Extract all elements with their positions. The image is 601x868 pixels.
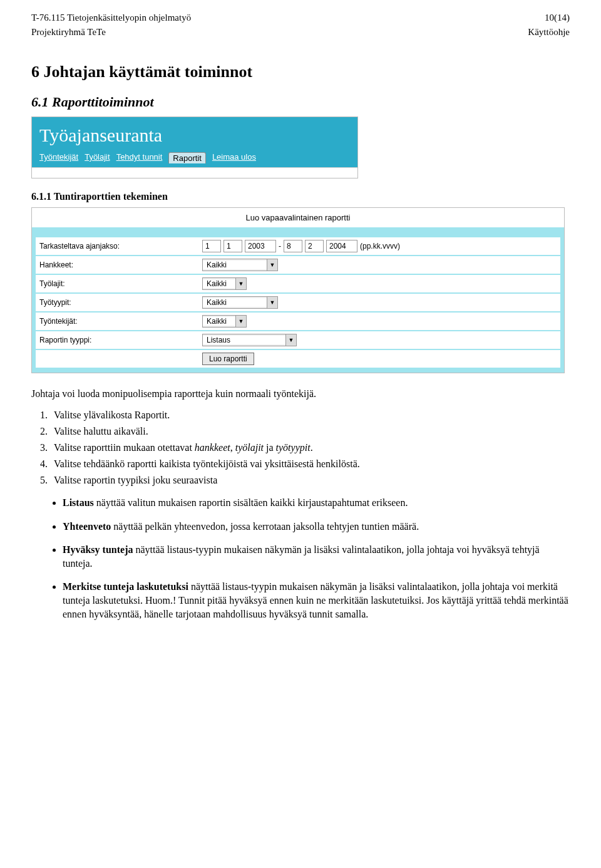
- subsection-heading: 6.1 Raporttitoiminnot: [31, 94, 570, 110]
- tyolajit-label: Työlajit:: [39, 279, 202, 288]
- period-to-month[interactable]: 2: [305, 240, 324, 252]
- tyolajit-select[interactable]: Kaikki ▼: [202, 277, 247, 290]
- chevron-down-icon: ▼: [285, 334, 296, 346]
- hankkeet-label: Hankkeet:: [39, 261, 202, 269]
- period-to-day[interactable]: 8: [284, 240, 302, 252]
- period-from-year[interactable]: 2003: [245, 240, 276, 252]
- raportin-tyyppi-label: Raportin tyyppi:: [39, 336, 202, 344]
- steps-list: Valitse ylävalikosta Raportit. Valitse h…: [50, 410, 570, 486]
- tyontekijat-select[interactable]: Kaikki ▼: [202, 315, 247, 328]
- period-hint: (pp.kk.vvvv): [360, 242, 400, 251]
- tab-tyolajit[interactable]: Työlajit: [85, 152, 110, 163]
- form-title: Luo vapaavalintainen raportti: [32, 208, 564, 227]
- bullet-hyvaksy: Hyväksy tunteja näyttää listaus-tyypin m…: [63, 543, 570, 570]
- doc-type: Käyttöohje: [528, 27, 570, 38]
- subsubsection-heading: 6.1.1 Tuntiraporttien tekeminen: [31, 191, 570, 202]
- step-2: Valitse haluttu aikaväli.: [50, 426, 570, 437]
- page-number: 10(14): [545, 13, 570, 23]
- bullet-merkitse: Merkitse tunteja laskutetuksi näyttää li…: [63, 580, 570, 621]
- period-label: Tarkasteltava ajanjakso:: [39, 242, 202, 251]
- tab-tehdyt-tunnit[interactable]: Tehdyt tunnit: [116, 152, 163, 163]
- app-title: Työajanseuranta: [39, 125, 350, 146]
- section-heading: 6 Johtajan käyttämät toiminnot: [31, 63, 570, 81]
- tab-raportit[interactable]: Raportit: [168, 152, 206, 163]
- app-screenshot-1: Työajanseuranta Työntekijät Työlajit Teh…: [31, 116, 358, 178]
- period-from-day[interactable]: 1: [202, 240, 221, 252]
- step-5: Valitse raportin tyypiksi joku seuraavis…: [50, 475, 570, 486]
- tab-tyontekijat[interactable]: Työntekijät: [39, 152, 78, 163]
- chevron-down-icon: ▼: [267, 259, 277, 271]
- luo-raportti-button[interactable]: Luo raportti: [202, 353, 254, 365]
- hankkeet-select[interactable]: Kaikki ▼: [202, 259, 278, 271]
- period-separator: -: [279, 242, 281, 251]
- intro-paragraph: Johtaja voi luoda monipuolisempia raport…: [31, 388, 570, 400]
- bullet-listaus: Listaus näyttää valitun mukaisen raporti…: [63, 496, 570, 510]
- report-form-screenshot: Luo vapaavalintainen raportti Tarkastelt…: [31, 207, 565, 373]
- raportin-tyyppi-select[interactable]: Listaus ▼: [202, 334, 297, 346]
- tab-leimaa-ulos[interactable]: Leimaa ulos: [212, 152, 256, 163]
- tyotyypit-label: Työtyypit:: [39, 298, 202, 307]
- doc-title: T-76.115 Tietojenkäsittelyopin ohjelmaty…: [31, 13, 191, 23]
- period-to-year[interactable]: 2004: [326, 240, 357, 252]
- step-4: Valitse tehdäänkö raportti kaikista työn…: [50, 458, 570, 470]
- bullet-list: Listaus näyttää valitun mukaisen raporti…: [63, 496, 570, 621]
- bullet-yhteenveto: Yhteenveto näyttää pelkän yhteenvedon, j…: [63, 520, 570, 534]
- tyontekijat-label: Työntekijät:: [39, 317, 202, 326]
- period-from-month[interactable]: 1: [223, 240, 242, 252]
- tyotyypit-select[interactable]: Kaikki ▼: [202, 296, 278, 309]
- chevron-down-icon: ▼: [267, 297, 277, 308]
- step-3: Valitse raporttiin mukaan otettavat hank…: [50, 442, 570, 453]
- chevron-down-icon: ▼: [235, 316, 246, 327]
- step-1: Valitse ylävalikosta Raportit.: [50, 410, 570, 421]
- team-name: Projektiryhmä TeTe: [31, 27, 106, 38]
- chevron-down-icon: ▼: [235, 278, 246, 289]
